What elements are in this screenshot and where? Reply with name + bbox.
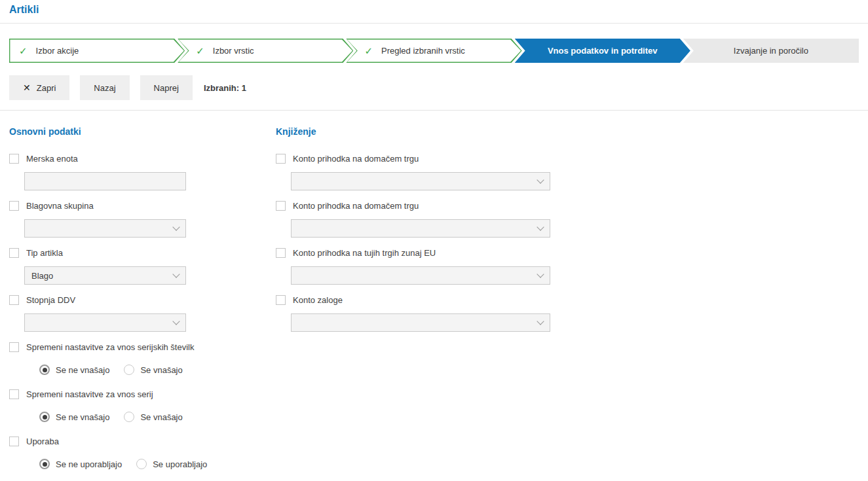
control-wrap (24, 172, 276, 190)
select-konto-prihodka-na-domacem-trgu[interactable] (291, 172, 550, 190)
back-button[interactable]: Nazaj (80, 75, 129, 100)
step-content: ✓Izbor vrstic (178, 39, 353, 63)
checkbox-spremeni-nastavitve-za-vnos-serijskih-stevilk[interactable] (9, 342, 19, 352)
close-icon: ✕ (23, 83, 31, 92)
chevron-down-icon (172, 223, 179, 230)
control-wrap (24, 313, 276, 332)
select-value: Blago (31, 271, 174, 281)
step-label: Izbor vrstic (213, 46, 254, 56)
radio-label: Se ne uporabljajo (56, 459, 122, 469)
checkbox-merska-enota[interactable] (9, 154, 19, 164)
control-wrap (24, 219, 276, 238)
checkbox-konto-zaloge[interactable] (276, 295, 286, 305)
radio-group-spremeni-nastavitve-za-vnos-serij: Se ne vnašajoSe vnašajo (39, 408, 276, 426)
radio-se-uporabljajo[interactable] (136, 459, 147, 469)
chevron-down-icon (537, 317, 544, 325)
chevron-down-icon (537, 270, 544, 277)
checkbox-konto-prihodka-na-tujih-trgih-zunaj-eu[interactable] (276, 248, 286, 258)
radio-option-se-ne-vnasajo[interactable]: Se ne vnašajo (39, 412, 109, 422)
control-wrap: Se ne uporabljajoSe uporabljajo (24, 455, 276, 473)
field-head: Spremeni nastavitve za vnos serij (9, 389, 276, 399)
radio-option-se-ne-vnasajo[interactable]: Se ne vnašajo (39, 365, 109, 375)
checkbox-stopnja-ddv[interactable] (9, 295, 19, 305)
chevron-down-icon (172, 317, 179, 325)
radio-label: Se uporabljajo (153, 459, 207, 469)
field-blagovna-skupina: Blagovna skupina (9, 200, 276, 238)
step-label: Izbor akcije (36, 46, 79, 56)
radio-se-vnasajo[interactable] (124, 365, 134, 375)
field-merska-enota: Merska enota (9, 153, 276, 190)
radio-se-ne-vnasajo[interactable] (39, 365, 50, 375)
select-blagovna-skupina[interactable] (24, 219, 186, 238)
field-head: Blagovna skupina (9, 200, 276, 211)
check-icon: ✓ (364, 46, 373, 56)
field-konto-prihodka-na-domacem-trgu: Konto prihodka na domačem trgu (276, 153, 859, 190)
step-content: ✓Pregled izbranih vrstic (346, 39, 521, 63)
input-merska-enota[interactable] (24, 172, 186, 190)
radio-se-ne-uporabljajo[interactable] (39, 459, 50, 469)
checkbox-blagovna-skupina[interactable] (9, 201, 19, 211)
radio-option-se-vnasajo[interactable]: Se vnašajo (124, 412, 182, 422)
checkbox-tip-artikla[interactable] (9, 248, 19, 258)
radio-se-vnasajo[interactable] (124, 412, 134, 422)
field-konto-prihodka-na-tujih-trgih-zunaj-eu: Konto prihodka na tujih trgih zunaj EU (276, 247, 859, 285)
close-button[interactable]: ✕ Zapri (9, 75, 69, 100)
control-wrap (291, 313, 859, 332)
field-head: Konto prihodka na domačem trgu (276, 153, 859, 164)
step-izvajanje-in-porocilo[interactable]: Izvajanje in poročilo (683, 39, 859, 63)
field-label: Konto prihodka na domačem trgu (293, 201, 419, 211)
stepper: ✓Izbor akcije✓Izbor vrstic✓Pregled izbra… (9, 39, 859, 63)
chevron-down-icon (537, 176, 544, 183)
form-column-right: Knjiženje Konto prihodka na domačem trgu… (276, 126, 859, 481)
page-header: Artikli (0, 0, 868, 24)
control-wrap (291, 266, 859, 285)
field-label: Tip artikla (26, 248, 63, 258)
field-spremeni-nastavitve-za-vnos-serijskih-stevilk: Spremeni nastavitve za vnos serijskih št… (9, 342, 276, 379)
section-heading-knjizenje: Knjiženje (276, 126, 859, 137)
next-button[interactable]: Naprej (140, 75, 193, 100)
radio-option-se-uporabljajo[interactable]: Se uporabljajo (136, 459, 207, 469)
select-konto-zaloge[interactable] (291, 313, 550, 332)
form-content: Osnovni podatki Merska enotaBlagovna sku… (0, 111, 868, 481)
radio-label: Se ne vnašajo (56, 365, 109, 375)
checkbox-konto-prihodka-na-domacem-trgu[interactable] (276, 201, 286, 211)
step-pregled-izbranih-vrstic[interactable]: ✓Pregled izbranih vrstic (346, 39, 521, 63)
selected-count: Izbranih: 1 (204, 83, 246, 93)
field-head: Spremeni nastavitve za vnos serijskih št… (9, 342, 276, 352)
close-button-label: Zapri (37, 83, 56, 93)
radio-option-se-ne-uporabljajo[interactable]: Se ne uporabljajo (39, 459, 122, 469)
step-vnos-podatkov-in-potrditev[interactable]: Vnos podatkov in potrditev (515, 39, 690, 63)
field-uporaba: UporabaSe ne uporabljajoSe uporabljajo (9, 436, 276, 473)
back-button-label: Nazaj (94, 83, 115, 93)
control-wrap: Blago (24, 266, 276, 285)
form-column-left: Osnovni podatki Merska enotaBlagovna sku… (9, 126, 276, 481)
select-stopnja-ddv[interactable] (24, 313, 186, 332)
field-head: Stopnja DDV (9, 294, 276, 305)
step-content: Izvajanje in poročilo (683, 39, 859, 63)
radio-option-se-vnasajo[interactable]: Se vnašajo (124, 365, 182, 375)
step-izbor-akcije[interactable]: ✓Izbor akcije (9, 39, 185, 63)
toolbar: ✕ Zapri Nazaj Naprej Izbranih: 1 (9, 75, 859, 100)
fields-left: Merska enotaBlagovna skupinaTip artiklaB… (9, 153, 276, 473)
select-konto-prihodka-na-domacem-trgu[interactable] (291, 219, 550, 238)
control-wrap: Se ne vnašajoSe vnašajo (24, 361, 276, 379)
field-head: Konto zaloge (276, 294, 859, 305)
step-label: Vnos podatkov in potrditev (548, 46, 658, 56)
radio-group-spremeni-nastavitve-za-vnos-serijskih-stevilk: Se ne vnašajoSe vnašajo (39, 361, 276, 379)
field-head: Tip artikla (9, 247, 276, 258)
control-wrap (291, 172, 859, 190)
field-label: Konto zaloge (293, 295, 343, 305)
field-label: Uporaba (26, 436, 59, 446)
radio-se-ne-vnasajo[interactable] (39, 412, 50, 422)
check-icon: ✓ (196, 46, 204, 56)
field-head: Konto prihodka na tujih trgih zunaj EU (276, 247, 859, 258)
field-head: Uporaba (9, 436, 276, 446)
select-konto-prihodka-na-tujih-trgih-zunaj-eu[interactable] (291, 266, 550, 285)
step-izbor-vrstic[interactable]: ✓Izbor vrstic (178, 39, 353, 63)
field-label: Blagovna skupina (26, 201, 94, 211)
checkbox-spremeni-nastavitve-za-vnos-serij[interactable] (9, 389, 19, 399)
select-tip-artikla[interactable]: Blago (24, 266, 186, 285)
checkbox-konto-prihodka-na-domacem-trgu[interactable] (276, 154, 286, 164)
radio-label: Se vnašajo (140, 412, 182, 422)
checkbox-uporaba[interactable] (9, 436, 19, 446)
